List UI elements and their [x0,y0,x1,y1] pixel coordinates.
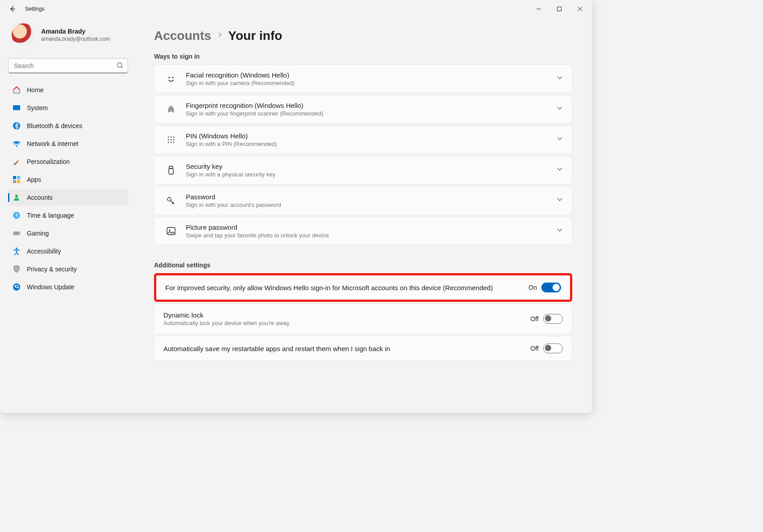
svg-rect-30 [167,227,175,235]
svg-point-13 [18,233,19,234]
svg-rect-11 [13,232,20,235]
nav-accessibility[interactable]: Accessibility [8,243,128,260]
signin-securitykey[interactable]: Security keySign in with a physical secu… [154,156,572,184]
pin-icon [166,135,176,145]
breadcrumb-current: Your info [228,29,283,43]
usb-icon [166,165,176,175]
nav-personalization[interactable]: Personalization [8,153,128,170]
back-button[interactable] [5,2,20,16]
toggle-label: Off [531,315,539,322]
chevron-down-icon [557,75,563,83]
signin-facial[interactable]: Facial recognition (Windows Hello)Sign i… [154,64,572,93]
avatar [11,22,36,47]
search-icon [116,62,124,71]
profile-name: Amanda Brady [41,28,110,35]
card-sub: Swipe and tap your favorite photo to unl… [186,232,557,239]
home-icon [13,86,21,94]
maximize-icon [557,7,562,11]
gaming-icon [13,229,21,237]
nav-label: Accessibility [27,248,61,255]
svg-rect-6 [13,180,16,183]
picture-icon [166,226,176,236]
key-icon [166,196,176,206]
card-title: Picture password [186,223,557,231]
nav-label: Time & language [27,212,74,219]
nav-apps[interactable]: Apps [8,171,128,188]
svg-point-22 [171,139,171,140]
svg-rect-27 [169,166,173,168]
chevron-down-icon [557,227,563,235]
card-title: Security key [186,163,557,170]
svg-point-12 [14,233,15,234]
setting-hello-only: For improved security, only allow Window… [156,275,570,300]
svg-point-26 [173,142,174,143]
card-sub: Sign in with your account's password [186,202,557,208]
arrow-left-icon [9,5,16,13]
nav-privacy[interactable]: Privacy & security [8,261,128,278]
signin-pin[interactable]: PIN (Windows Hello)Sign in with a PIN (R… [154,125,572,154]
svg-rect-2 [13,105,20,110]
svg-rect-0 [557,7,562,11]
personalization-icon [13,158,21,166]
maximize-button[interactable] [549,2,570,16]
nav-label: Gaming [27,230,49,237]
nav-system[interactable]: System [8,99,128,116]
svg-point-18 [168,137,169,137]
highlight-box: For improved security, only allow Window… [154,273,572,302]
apps-icon [13,176,21,184]
close-button[interactable] [570,2,590,16]
nav-label: Network & internet [27,140,78,147]
signin-fingerprint[interactable]: Fingerprint recognition (Windows Hello)S… [154,95,572,124]
section-title-additional: Additional settings [154,262,572,269]
shield-icon [13,265,21,273]
svg-point-15 [13,283,20,291]
setting-dynamic-lock: Dynamic lock Automatically lock your dev… [154,304,572,334]
nav-network[interactable]: Network & internet [8,135,128,152]
section-title-signin: Ways to sign in [154,53,572,60]
nav-label: System [27,104,48,112]
nav-list: Home System Bluetooth & devices Network … [8,82,131,296]
toggle-hello-only[interactable] [541,283,561,292]
svg-point-24 [168,142,169,143]
nav-accounts[interactable]: Accounts [8,189,128,206]
card-sub: Sign in with a physical security key [186,171,557,178]
svg-point-1 [117,63,122,67]
nav-update[interactable]: Windows Update [8,279,128,296]
minimize-button[interactable] [528,2,549,16]
signin-picture[interactable]: Picture passwordSwipe and tap your favor… [154,217,572,245]
card-title: PIN (Windows Hello) [186,132,557,140]
toggle-dynamic-lock[interactable] [543,314,563,324]
search-input[interactable] [8,58,128,73]
chevron-down-icon [557,166,563,174]
card-title: Fingerprint recognition (Windows Hello) [186,102,557,109]
card-sub: Sign in with a PIN (Recommended) [186,141,557,147]
setting-title: Automatically save my restartable apps a… [163,345,531,352]
svg-point-23 [173,139,174,140]
signin-password[interactable]: PasswordSign in with your account's pass… [154,186,572,215]
accounts-icon [13,193,21,202]
chevron-down-icon [557,136,563,144]
setting-title: Dynamic lock [163,311,531,319]
profile-block[interactable]: Amanda Brady amanda.brady@outlook.com [8,18,131,56]
accessibility-icon [13,247,21,255]
window-controls [528,2,590,16]
svg-point-21 [168,139,169,140]
nav-home[interactable]: Home [8,82,128,99]
breadcrumb-parent[interactable]: Accounts [154,29,211,43]
profile-email: amanda.brady@outlook.com [41,36,110,42]
svg-rect-4 [13,176,16,179]
svg-point-19 [171,137,171,137]
setting-restart-apps: Automatically save my restartable apps a… [154,336,572,361]
nav-label: Privacy & security [27,266,77,273]
fingerprint-icon [166,104,176,114]
main-content: Accounts Your info Ways to sign in Facia… [134,18,592,413]
nav-time[interactable]: Time & language [8,207,128,224]
nav-bluetooth[interactable]: Bluetooth & devices [8,117,128,134]
toggle-label: Off [531,345,539,352]
sidebar: Amanda Brady amanda.brady@outlook.com Ho… [0,18,134,413]
toggle-restart-apps[interactable] [543,343,563,353]
titlebar: Settings [0,0,592,18]
face-icon [166,74,176,84]
nav-gaming[interactable]: Gaming [8,225,128,242]
update-icon [13,283,21,291]
